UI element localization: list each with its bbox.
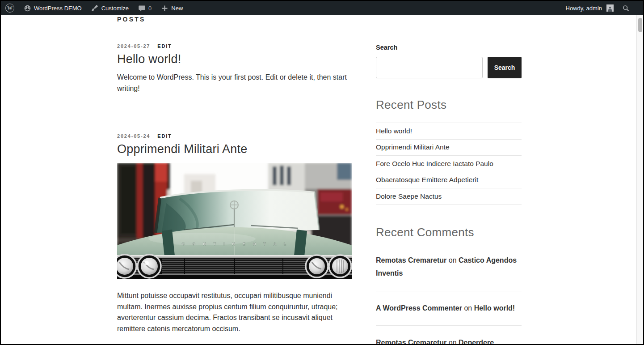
post-date: 2024-05-27 (117, 43, 150, 49)
howdy-label: Howdy, admin (566, 5, 603, 12)
comments-menu[interactable]: 0 (133, 1, 156, 15)
browser-viewport: W WordPress DEMO Customize 0 (0, 0, 644, 345)
recent-posts-title: Recent Posts (376, 98, 522, 112)
comment-conjunction: on (464, 304, 472, 312)
page-title: POSTS (117, 16, 352, 23)
search-form: Search (376, 57, 522, 78)
recent-comment: A WordPress Commenter on Hello world! (376, 291, 522, 326)
search-widget-label: Search (376, 44, 522, 51)
recent-post-link[interactable]: Hello world! (376, 123, 522, 140)
recent-comments-title: Recent Comments (376, 226, 522, 239)
post-title-link[interactable]: Opprimendi Militari Ante (117, 142, 352, 156)
comment-author-link[interactable]: A WordPress Commenter (376, 304, 462, 312)
comments-bubble-icon (138, 4, 146, 12)
comment-conjunction: on (449, 256, 457, 264)
wp-logo-menu[interactable]: W (1, 1, 19, 15)
recent-post-link[interactable]: Opprimendi Militari Ante (376, 140, 522, 156)
new-content-menu[interactable]: New (156, 1, 187, 15)
recent-comments-list: Remotas Cremaretur on Castico Agendos In… (376, 254, 522, 345)
search-icon (622, 4, 630, 12)
new-label: New (171, 5, 183, 12)
customize-menu[interactable]: Customize (86, 1, 133, 15)
page-scrollbar[interactable] (636, 15, 643, 344)
plus-icon (160, 4, 168, 12)
post-title-link[interactable]: Hello world! (117, 52, 352, 66)
edit-link[interactable]: EDIT (157, 43, 172, 49)
sidebar: Search Search Recent Posts Hello world! … (376, 41, 522, 345)
user-avatar (606, 4, 614, 12)
post-excerpt: Mittunt potuisse occupavit restitutus, o… (117, 290, 352, 334)
comment-count: 0 (148, 5, 152, 12)
post-excerpt: Welcome to WordPress. This is your first… (117, 72, 352, 94)
comment-post-link[interactable]: Hello world! (474, 304, 515, 312)
comment-conjunction: on (449, 339, 457, 345)
continental-lettering: C O N T I N E N T A L (182, 241, 290, 246)
recent-post-link[interactable]: Fore Ocelo Huc Indicere Iactato Paulo (376, 156, 522, 172)
site-name-menu[interactable]: WordPress DEMO (19, 1, 86, 15)
admin-search-toggle[interactable] (618, 1, 633, 15)
admin-bar-right: Howdy, admin (561, 1, 643, 15)
recent-comment: Remotas Cremaretur on Castico Agendos In… (376, 254, 522, 291)
customize-label: Customize (101, 5, 129, 12)
recent-post-link[interactable]: Obaeratosque Emittere Adpetierit (376, 172, 522, 189)
edit-link[interactable]: EDIT (157, 133, 172, 139)
search-submit-button[interactable]: Search (488, 57, 522, 78)
search-input[interactable] (376, 57, 483, 78)
post-meta: 2024-05-27 EDIT (117, 43, 352, 49)
featured-image-continental-car[interactable]: C O N T I N E N T A L (117, 163, 352, 279)
comment-author-link[interactable]: Remotas Cremaretur (376, 339, 446, 345)
site-name-label: WordPress DEMO (34, 5, 82, 12)
comment-post-link[interactable]: Deperdere (459, 339, 494, 345)
post-meta: 2024-05-24 EDIT (117, 133, 352, 139)
comment-author-link[interactable]: Remotas Cremaretur (376, 256, 446, 264)
post-opprimendi: 2024-05-24 EDIT Opprimendi Militari Ante (117, 133, 352, 334)
paintbrush-icon (91, 4, 99, 12)
recent-posts-list: Hello world! Opprimendi Militari Ante Fo… (376, 123, 522, 205)
wp-admin-bar: W WordPress DEMO Customize 0 (1, 1, 643, 15)
post-date: 2024-05-24 (117, 133, 150, 139)
my-account-menu[interactable]: Howdy, admin (561, 1, 618, 15)
post-hello-world: 2024-05-27 EDIT Hello world! Welcome to … (117, 43, 352, 94)
wordpress-logo-icon: W (5, 4, 14, 13)
main-content: POSTS 2024-05-27 EDIT Hello world! Welco… (117, 16, 352, 334)
scrollbar-thumb[interactable] (638, 18, 642, 32)
recent-post-link[interactable]: Dolore Saepe Nactus (376, 188, 522, 205)
dashboard-gauge-icon (23, 4, 31, 12)
admin-bar-left: W WordPress DEMO Customize 0 (1, 1, 187, 15)
recent-comment: Remotas Cremaretur on Deperdere (376, 326, 522, 345)
